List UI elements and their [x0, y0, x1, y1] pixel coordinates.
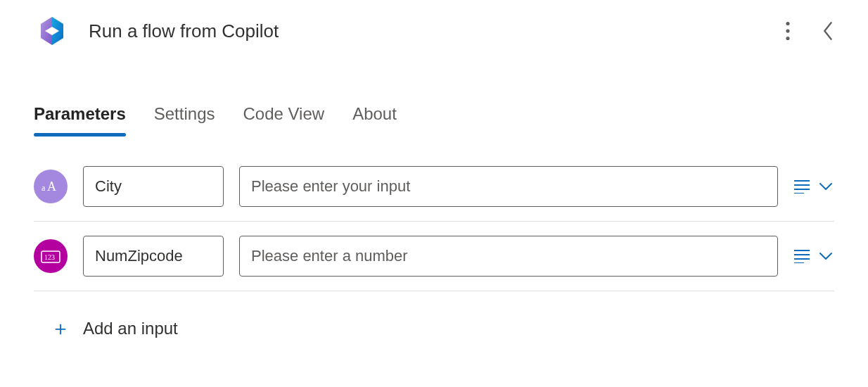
panel-tabs: Parameters Settings Code View About	[0, 104, 868, 137]
parameter-options-dropdown[interactable]	[817, 178, 834, 195]
collapse-panel-button[interactable]	[816, 15, 840, 46]
parameter-value-input[interactable]	[239, 166, 778, 207]
tab-settings[interactable]: Settings	[154, 104, 215, 137]
more-options-button[interactable]	[779, 15, 796, 46]
tab-parameters[interactable]: Parameters	[34, 104, 126, 137]
copilot-logo-icon	[35, 14, 69, 48]
panel-header: Run a flow from Copilot	[0, 0, 868, 62]
parameters-body: a A	[0, 137, 868, 342]
chevron-down-icon	[817, 178, 834, 195]
svg-point-1	[786, 29, 789, 32]
parameter-row: 123	[34, 236, 834, 291]
parameter-row: a A	[34, 166, 834, 222]
svg-text:A: A	[47, 179, 56, 194]
vertical-ellipsis-icon	[785, 21, 791, 41]
format-options-button[interactable]	[793, 179, 810, 194]
chevron-down-icon	[817, 248, 834, 265]
svg-point-2	[786, 37, 789, 40]
parameter-row-actions	[793, 178, 834, 195]
add-input-label: Add an input	[83, 319, 178, 338]
svg-text:123: 123	[44, 253, 55, 261]
svg-point-0	[786, 22, 789, 25]
panel-header-actions	[779, 15, 840, 46]
number-type-badge: 123	[34, 239, 68, 273]
plus-icon: ＋	[51, 315, 70, 342]
tab-about[interactable]: About	[352, 104, 397, 137]
add-input-button[interactable]: ＋ Add an input	[34, 305, 178, 342]
parameter-name-input[interactable]	[83, 166, 224, 207]
flow-trigger-panel: Run a flow from Copilot Parameters Setti…	[0, 0, 868, 342]
parameter-row-actions	[793, 248, 834, 265]
format-options-button[interactable]	[793, 249, 810, 263]
panel-title: Run a flow from Copilot	[89, 20, 779, 42]
chevron-left-icon	[822, 21, 834, 41]
text-icon: a A	[42, 179, 60, 194]
number-icon: 123	[41, 248, 60, 264]
tab-code-view[interactable]: Code View	[243, 104, 324, 137]
svg-text:a: a	[42, 183, 46, 193]
parameter-value-input[interactable]	[239, 236, 778, 277]
parameter-options-dropdown[interactable]	[817, 248, 834, 265]
parameter-name-input[interactable]	[83, 236, 224, 277]
text-type-badge: a A	[34, 170, 68, 203]
